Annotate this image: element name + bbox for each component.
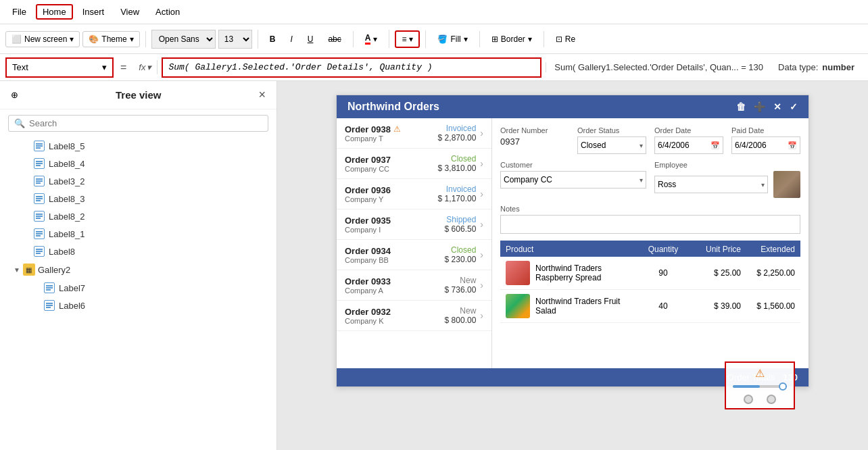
search-box: 🔍 bbox=[8, 115, 268, 132]
menu-action[interactable]: Action bbox=[149, 4, 187, 20]
bold-button[interactable]: B bbox=[264, 31, 282, 47]
tree-item-label: Label3_2 bbox=[49, 176, 85, 186]
svg-rect-26 bbox=[46, 307, 51, 308]
menu-file[interactable]: File bbox=[5, 4, 33, 20]
gallery-item-0937[interactable]: Order 0937 Company CC Closed $ 3,810.00 … bbox=[337, 149, 491, 179]
customer-select[interactable]: Company CC ▾ bbox=[500, 171, 646, 189]
delete-icon[interactable]: 🗑 bbox=[736, 101, 746, 112]
svg-rect-0 bbox=[36, 143, 43, 145]
gallery-item-0935[interactable]: Order 0935 Company I Shipped $ 606.50 › bbox=[337, 209, 491, 240]
label-icon bbox=[34, 193, 45, 204]
product-image-salad bbox=[506, 294, 530, 318]
border-button[interactable]: ⊞ Border ▾ bbox=[485, 31, 538, 47]
app-footer: Order Totals 130 ⚠ bbox=[337, 368, 809, 386]
new-screen-button[interactable]: ⬜ New screen ▾ bbox=[5, 31, 80, 47]
employee-photo bbox=[773, 171, 800, 198]
menu-home[interactable]: Home bbox=[36, 4, 73, 20]
gallery-arrow-icon: › bbox=[480, 128, 483, 139]
slider-overlay: ⚠ bbox=[725, 361, 795, 409]
paid-date-field: Paid Date 6/4/2006 📅 bbox=[731, 126, 800, 154]
order-date-field: Order Date 6/4/2006 📅 bbox=[654, 126, 723, 154]
tree-item-label8-5[interactable]: Label8_5 bbox=[0, 137, 276, 155]
theme-button[interactable]: 🎨 Theme ▾ bbox=[82, 31, 139, 47]
svg-rect-5 bbox=[36, 165, 41, 166]
font-size-select[interactable]: 13 bbox=[218, 30, 252, 49]
svg-rect-4 bbox=[36, 163, 43, 164]
slider-handle-right[interactable] bbox=[767, 395, 776, 404]
fx-button[interactable]: fx ▾ bbox=[133, 60, 158, 74]
svg-rect-7 bbox=[36, 180, 43, 182]
label-icon bbox=[34, 228, 45, 239]
app-content: Order 0938 ⚠ Company T Invoiced $ 2,870.… bbox=[337, 118, 809, 368]
svg-rect-25 bbox=[46, 305, 53, 306]
tree-item-label: Label8 bbox=[49, 247, 75, 257]
tree-item-label8-3[interactable]: Label8_3 bbox=[0, 190, 276, 207]
tree-item-label8-2[interactable]: Label8_2 bbox=[0, 207, 276, 225]
tree-item-label8-1[interactable]: Label8_1 bbox=[0, 225, 276, 243]
employee-field: Employee Ross ▾ bbox=[654, 161, 800, 198]
gallery-item-0936[interactable]: Order 0936 Company Y Invoiced $ 1,170.00… bbox=[337, 179, 491, 209]
fill-button[interactable]: 🪣 Fill ▾ bbox=[431, 31, 473, 47]
left-panel: ⊕ Tree view × 🔍 Label8_5 Label8_4 bbox=[0, 81, 277, 450]
tree-item-label6[interactable]: Label6 bbox=[0, 297, 276, 314]
order-status-select[interactable]: Closed ▾ bbox=[577, 136, 646, 154]
tree-item-label3-2[interactable]: Label3_2 bbox=[0, 172, 276, 190]
warning-icon: ⚠ bbox=[393, 124, 401, 134]
slider-thumb[interactable] bbox=[779, 382, 787, 391]
check-icon[interactable]: ✓ bbox=[790, 101, 798, 112]
product-image-raspberry bbox=[506, 261, 530, 285]
tree-item-label8-4[interactable]: Label8_4 bbox=[0, 155, 276, 172]
menu-insert[interactable]: Insert bbox=[76, 4, 112, 20]
align-button[interactable]: ≡ ▾ bbox=[395, 30, 420, 48]
property-dropdown[interactable]: Text ▾ bbox=[5, 57, 114, 78]
formula-bar: Text ▾ = fx ▾ Sum( Gallery1.Selected.'Or… bbox=[0, 54, 868, 81]
order-date-input[interactable]: 6/4/2006 📅 bbox=[654, 136, 723, 154]
status-chevron-icon: ▾ bbox=[640, 142, 643, 149]
theme-icon: 🎨 bbox=[89, 34, 99, 44]
tree-group-gallery2[interactable]: ▼ ▦ Gallery2 bbox=[0, 260, 276, 279]
svg-rect-13 bbox=[36, 216, 43, 217]
products-table: Product Quantity Unit Price Extended Nor… bbox=[500, 241, 800, 323]
menu-view[interactable]: View bbox=[114, 4, 146, 20]
gallery-item-0934[interactable]: Order 0934 Company BB Closed $ 230.00 › bbox=[337, 240, 491, 270]
slider-track[interactable] bbox=[733, 385, 787, 388]
tree-item-label7[interactable]: Label7 bbox=[0, 279, 276, 297]
svg-rect-10 bbox=[36, 198, 43, 199]
slider-handle-left[interactable] bbox=[744, 395, 753, 404]
layers-icon: ⊕ bbox=[11, 90, 18, 100]
tree-item-label: Label6 bbox=[59, 301, 85, 311]
label-icon bbox=[34, 211, 45, 222]
gallery-item-0933[interactable]: Order 0933 Company A New $ 736.00 › bbox=[337, 270, 491, 301]
italic-button[interactable]: I bbox=[284, 31, 298, 47]
font-color-button[interactable]: A ▾ bbox=[359, 30, 384, 48]
theme-chevron-icon: ▾ bbox=[130, 34, 134, 44]
gallery-item-0938[interactable]: Order 0938 ⚠ Company T Invoiced $ 2,870.… bbox=[337, 118, 491, 149]
border-chevron-icon: ▾ bbox=[528, 34, 532, 44]
reorder-button[interactable]: ⊡ Re bbox=[550, 31, 581, 47]
app-header-icons: 🗑 ➕ ✕ ✓ bbox=[736, 101, 798, 112]
strikethrough-button[interactable]: abc bbox=[322, 31, 347, 47]
app-header: Northwind Orders 🗑 ➕ ✕ ✓ bbox=[337, 95, 809, 118]
employee-chevron-icon: ▾ bbox=[761, 181, 765, 189]
underline-button[interactable]: U bbox=[302, 31, 320, 47]
close-panel-button[interactable]: × bbox=[256, 86, 268, 103]
app-title: Northwind Orders bbox=[347, 101, 439, 113]
calendar-icon-2: 📅 bbox=[788, 141, 797, 150]
font-family-select[interactable]: Open Sans bbox=[151, 30, 216, 49]
tree-item-label8[interactable]: Label8 bbox=[0, 243, 276, 260]
formula-input[interactable]: Sum( Gallery1.Selected.'Order Details', … bbox=[162, 57, 541, 78]
layers-button[interactable]: ⊕ bbox=[8, 87, 21, 103]
close-icon[interactable]: ✕ bbox=[773, 101, 781, 112]
search-input[interactable] bbox=[29, 118, 262, 128]
slider-handles bbox=[744, 395, 776, 404]
tree-item-label: Label8_2 bbox=[49, 211, 85, 222]
add-icon[interactable]: ➕ bbox=[754, 101, 765, 112]
svg-rect-3 bbox=[36, 161, 43, 162]
gallery-item-0932[interactable]: Order 0932 Company K New $ 800.00 › bbox=[337, 301, 491, 331]
paid-date-input[interactable]: 6/4/2006 📅 bbox=[731, 136, 800, 154]
toolbar: ⬜ New screen ▾ 🎨 Theme ▾ Open Sans 13 B … bbox=[0, 24, 868, 54]
reorder-icon: ⊡ bbox=[556, 34, 562, 44]
label-icon bbox=[44, 282, 55, 293]
employee-select[interactable]: Ross ▾ bbox=[654, 176, 768, 193]
notes-input[interactable] bbox=[500, 215, 800, 234]
